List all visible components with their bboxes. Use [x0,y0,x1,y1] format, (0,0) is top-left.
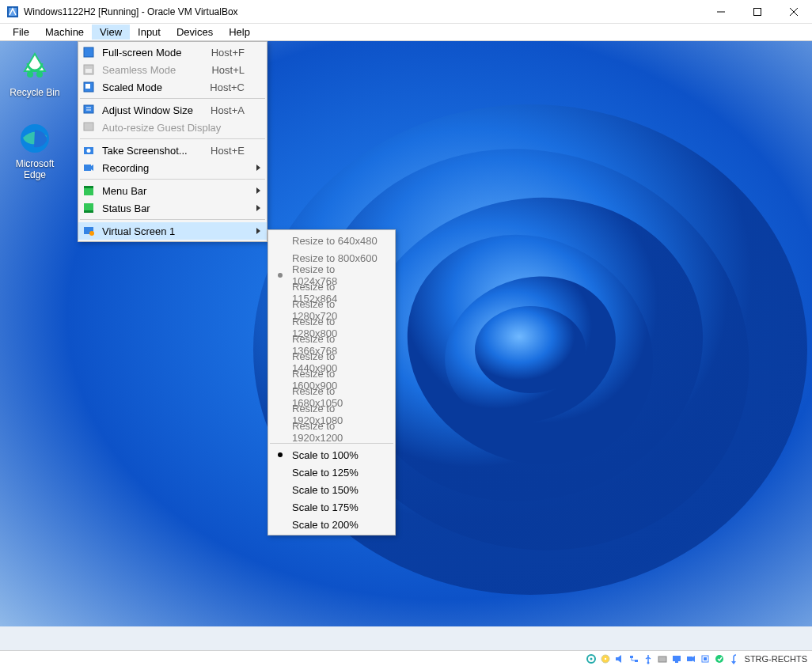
view-statusbar[interactable]: Status Bar [78,199,267,217]
svg-rect-38 [630,656,633,658]
svg-point-31 [89,231,94,236]
menu-separator [80,138,265,139]
view-dropdown: Full-screen Mode Host+F Seamless Mode Ho… [78,41,268,242]
scale-option[interactable]: Scale to 100% [268,446,395,464]
desktop-icon-recycle-bin[interactable]: Recycle Bin [5,51,65,98]
virtual-screen-icon [82,225,96,237]
svg-marker-49 [731,661,736,664]
keyboard-icon[interactable] [727,653,740,665]
host-key-label: STRG-RECHTS [745,654,807,664]
guest-taskbar[interactable] [0,626,812,650]
svg-rect-3 [754,8,761,15]
recording-status-icon[interactable] [685,653,697,665]
svg-rect-47 [704,657,707,660]
svg-rect-42 [673,656,681,661]
maximize-button[interactable] [739,0,776,24]
resize-option[interactable]: Resize to 1920x1200 [268,423,395,441]
svg-point-35 [604,657,605,659]
view-autoresize: Auto-resize Guest Display [78,119,267,136]
svg-rect-19 [85,84,90,89]
svg-rect-43 [675,661,678,663]
scale-option[interactable]: Scale to 150% [268,481,395,498]
fullscreen-icon [82,46,96,59]
minimize-button[interactable] [703,0,739,24]
menu-devices[interactable]: Devices [169,25,221,40]
mouse-integration-icon[interactable] [713,653,726,665]
adjust-window-icon [82,104,96,116]
virtualbox-icon [6,6,19,18]
window-controls [703,0,812,24]
svg-point-7 [36,71,43,78]
close-button[interactable] [776,0,812,24]
scale-option-label: Scale to 125% [292,467,381,479]
seamless-icon [82,63,96,76]
autoresize-icon [82,121,96,134]
desktop-icon-edge[interactable]: Microsoft Edge [5,122,65,180]
menu-help[interactable]: Help [221,25,258,40]
desktop-icon-label: Microsoft Edge [5,158,65,180]
display-icon[interactable] [670,653,683,665]
svg-marker-37 [618,655,621,663]
recycle-bin-icon [18,51,51,84]
svg-marker-45 [692,656,695,662]
shared-folders-icon[interactable] [656,653,669,665]
vm-display[interactable]: Recycle Bin Microsoft Edge Full-screen M… [0,41,812,650]
submenu-arrow-icon [256,165,260,171]
svg-point-14 [475,306,586,393]
hdd-icon[interactable] [585,653,598,665]
radio-dot-icon [278,273,283,278]
usb-icon[interactable] [642,653,655,665]
scale-option-label: Scale to 175% [292,501,381,513]
svg-rect-27 [84,186,93,188]
svg-rect-44 [687,657,692,661]
recording-icon [82,161,96,174]
menu-separator [80,219,265,220]
resize-option[interactable]: Resize to 640x480 [268,232,395,249]
svg-marker-25 [91,165,93,171]
desktop-icon-label: Recycle Bin [5,87,65,98]
view-fullscreen[interactable]: Full-screen Mode Host+F [78,44,267,61]
scale-option-label: Scale to 150% [292,484,381,496]
view-adjust-window[interactable]: Adjust Window Size Host+A [78,101,267,119]
view-recording[interactable]: Recording [78,159,267,176]
svg-point-23 [87,149,91,153]
menubar: File Machine View Input Devices Help [0,24,812,41]
optical-icon[interactable] [599,653,612,665]
view-scaled[interactable]: Scaled Mode Host+C [78,78,267,96]
menu-view[interactable]: View [92,25,130,40]
submenu-arrow-icon [256,205,260,211]
view-menubar[interactable]: Menu Bar [78,182,267,199]
cpu-icon[interactable] [699,653,711,665]
radio-dot-icon [278,452,283,457]
edge-icon [18,122,51,155]
audio-icon[interactable] [613,653,626,665]
svg-rect-39 [635,660,638,662]
svg-point-40 [647,661,649,664]
network-icon[interactable] [628,653,640,665]
menu-file[interactable]: File [5,25,37,40]
view-virtual-screen-1[interactable]: Virtual Screen 1 [78,222,267,240]
scale-option-label: Scale to 200% [292,519,381,531]
scale-option[interactable]: Scale to 200% [268,516,395,533]
menu-separator [80,98,265,99]
menu-separator [80,179,265,180]
window-title: Windows1122H2 [Running] - Oracle VM Virt… [24,6,703,17]
svg-rect-20 [84,105,93,113]
svg-rect-24 [84,165,91,171]
scale-option-label: Scale to 100% [292,449,381,461]
scale-option[interactable]: Scale to 175% [268,498,395,516]
svg-rect-17 [85,69,92,73]
virtual-screen-submenu: Resize to 640x480Resize to 800x600Resize… [268,229,396,535]
menu-machine[interactable]: Machine [37,25,92,40]
submenu-arrow-icon [256,187,260,194]
titlebar: Windows1122H2 [Running] - Oracle VM Virt… [0,0,812,24]
svg-rect-29 [84,210,93,213]
resize-option-label: Resize to 800x600 [292,252,381,264]
statusbar: STRG-RECHTS [0,650,812,666]
resize-option-label: Resize to 1920x1200 [292,420,381,444]
svg-point-48 [715,655,723,663]
view-take-screenshot[interactable]: Take Screenshot... Host+E [78,142,267,159]
svg-point-33 [590,657,592,660]
scale-option[interactable]: Scale to 125% [268,464,395,481]
menu-input[interactable]: Input [130,25,169,40]
